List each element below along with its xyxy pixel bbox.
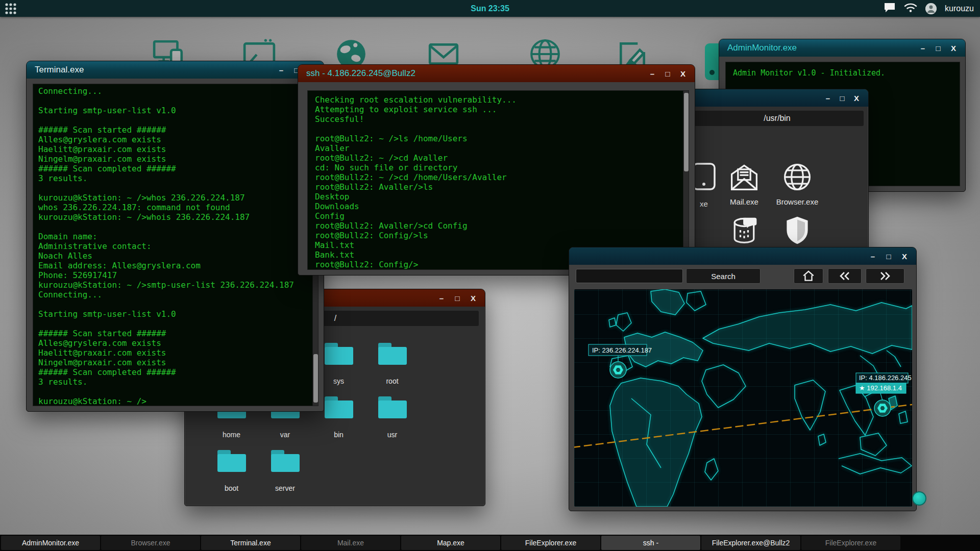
marker-a-ip-label: IP: 236.226.224.187 bbox=[592, 346, 652, 354]
terminal-line: Connecting... bbox=[38, 290, 313, 299]
terminal-titlebar[interactable]: Terminal.exe – □ X bbox=[27, 61, 324, 79]
close-button[interactable]: X bbox=[950, 44, 957, 53]
map-marker-b: IP: 4.186.226.245 ★ 192.168.1.4 bbox=[856, 373, 912, 416]
ssh-line: Checking root escalation vulnerability..… bbox=[315, 95, 681, 105]
taskbar-item-fileexplorer-2[interactable]: FileExplorer.exe bbox=[801, 536, 900, 550]
map-fab-button[interactable] bbox=[912, 491, 926, 506]
admin-titlebar[interactable]: AdminMonitor.exe – □ X bbox=[719, 39, 965, 57]
username[interactable]: kurouzu bbox=[945, 4, 974, 13]
maximize-button[interactable]: □ bbox=[885, 252, 892, 261]
bin-path-bar[interactable]: /usr/bin bbox=[691, 111, 864, 126]
taskbar-item-ssh[interactable]: ssh - bbox=[601, 536, 700, 550]
ssh-line: root@Bullz2: Avaller/>ls bbox=[315, 182, 681, 192]
taskbar-item-fileexplorer[interactable]: FileExplorer.exe bbox=[501, 536, 600, 550]
ssh-line: Attempting to exploit service ssh ... bbox=[315, 105, 681, 114]
terminal-line: ###### Scan completed ###### bbox=[38, 164, 313, 173]
ssh-line bbox=[315, 124, 681, 134]
apps-grid-icon[interactable] bbox=[4, 2, 17, 15]
maximize-button[interactable]: □ bbox=[664, 69, 671, 78]
folder-label: home bbox=[205, 431, 258, 439]
terminal-title: Terminal.exe bbox=[35, 65, 84, 75]
close-button[interactable]: X bbox=[901, 252, 908, 261]
terminal-line: 3 results. bbox=[38, 377, 313, 387]
folder-icon bbox=[323, 394, 355, 420]
ssh-screen[interactable]: Checking root escalation vulnerability..… bbox=[307, 90, 689, 270]
folder-label: bin bbox=[312, 431, 365, 439]
terminal-line: kurouzu@kStation: ~ />whos 236.226.224.1… bbox=[38, 193, 313, 203]
terminal-line: ###### Scan completed ###### bbox=[38, 367, 313, 377]
chat-icon[interactable] bbox=[884, 2, 896, 15]
maximize-button[interactable]: □ bbox=[935, 44, 942, 53]
folder-icon bbox=[215, 447, 248, 474]
avatar[interactable] bbox=[925, 3, 937, 14]
close-button[interactable]: X bbox=[470, 294, 477, 303]
map-viewport[interactable]: IP: 236.226.224.187 IP: 4.186.226.245 ★ … bbox=[574, 289, 912, 507]
folder-icon bbox=[269, 447, 302, 474]
taskbar-item-adminmonitor[interactable]: AdminMonitor.exe bbox=[1, 536, 100, 550]
map-toolbar: Search bbox=[570, 265, 916, 287]
wifi-icon[interactable] bbox=[904, 3, 917, 15]
terminal-screen[interactable]: Connecting...Starting smtp-user-list v1.… bbox=[33, 84, 318, 406]
ssh-line: Downloads bbox=[315, 202, 681, 211]
scrollbar-thumb[interactable] bbox=[313, 354, 318, 403]
ssh-line: Succesful! bbox=[315, 114, 681, 124]
taskbar-item-fileexplorer-bullz2[interactable]: FileExplorer.exe@Bullz2 bbox=[701, 536, 800, 550]
close-button[interactable]: X bbox=[679, 69, 687, 78]
folder-item[interactable]: boot bbox=[205, 445, 258, 499]
terminal-line: Starting smtp-user-list v1.0 bbox=[38, 106, 313, 115]
taskbar-item-map[interactable]: Map.exe bbox=[401, 536, 500, 550]
maximize-button[interactable]: □ bbox=[454, 294, 461, 303]
folder-icon bbox=[323, 340, 355, 367]
minimize-button[interactable]: – bbox=[824, 94, 831, 103]
bin-titlebar[interactable]: – □ X bbox=[685, 89, 868, 107]
file-label: Mail.exe bbox=[730, 197, 758, 206]
search-button[interactable]: Search bbox=[686, 268, 761, 284]
shield-icon bbox=[782, 215, 813, 245]
taskbar-item-mail[interactable]: Mail.exe bbox=[301, 536, 400, 550]
terminal-line: kurouzu@kStation: ~ /> bbox=[38, 396, 313, 406]
home-button[interactable] bbox=[794, 268, 823, 284]
minimize-button[interactable]: – bbox=[919, 44, 926, 53]
folder-item[interactable]: usr bbox=[365, 392, 419, 445]
terminal-line: kurouzu@kStation: ~ />smtp-user-list 236… bbox=[38, 280, 313, 290]
ssh-title: ssh - 4.186.226.245@Bullz2 bbox=[306, 68, 415, 79]
search-input[interactable] bbox=[576, 269, 683, 283]
maximize-button[interactable]: □ bbox=[839, 94, 846, 103]
app-tile-dot bbox=[709, 70, 715, 75]
folder-label: usr bbox=[365, 431, 419, 439]
ssh-scrollbar[interactable] bbox=[683, 91, 689, 269]
ssh-line: root@Bullz2: Config/>ls bbox=[315, 231, 681, 240]
folder-item[interactable]: root bbox=[365, 338, 419, 392]
map-titlebar[interactable]: – □ X bbox=[569, 247, 916, 265]
folder-item[interactable]: server bbox=[258, 445, 312, 499]
minimize-button[interactable]: – bbox=[649, 69, 656, 78]
prev-button[interactable] bbox=[828, 268, 862, 284]
terminal-line bbox=[38, 115, 313, 125]
terminal-line: Alles@gryslera.com exists bbox=[38, 338, 313, 348]
taskbar-item-browser[interactable]: Browser.exe bbox=[101, 536, 200, 550]
terminal-line: ###### Scan started ###### bbox=[38, 125, 313, 135]
terminal-line: Email address: Alles@gryslera.com bbox=[38, 261, 313, 270]
ssh-line: root@Bullz2: ~ />cd Avaller bbox=[315, 153, 681, 163]
terminal-line: ###### Scan started ###### bbox=[38, 329, 313, 338]
terminal-line: 3 results. bbox=[38, 173, 313, 183]
minimize-button[interactable]: – bbox=[869, 252, 876, 261]
window-terminal: Terminal.exe – □ X Connecting...Starting… bbox=[26, 61, 324, 412]
scrollbar-thumb[interactable] bbox=[684, 93, 689, 171]
minimize-button[interactable]: – bbox=[278, 66, 285, 74]
file-item-browser[interactable]: Browser.exe bbox=[773, 162, 822, 206]
terminal-line bbox=[38, 222, 313, 232]
window-map: – □ X Search bbox=[569, 247, 917, 511]
taskbar-item-terminal[interactable]: Terminal.exe bbox=[201, 536, 300, 550]
next-button[interactable] bbox=[866, 268, 904, 284]
ssh-titlebar[interactable]: ssh - 4.186.226.245@Bullz2 – □ X bbox=[298, 65, 695, 82]
terminal-line: Haelitt@praxair.com exists bbox=[38, 144, 313, 154]
folder-label: root bbox=[365, 377, 419, 385]
admin-title: AdminMonitor.exe bbox=[727, 43, 797, 53]
terminal-line: Domain name: bbox=[38, 232, 313, 241]
minimize-button[interactable]: – bbox=[438, 294, 445, 303]
terminal-line bbox=[38, 387, 313, 396]
ssh-line: root@Bullz2: Avaller/>cd Config bbox=[315, 221, 681, 231]
file-item-mail[interactable]: Mail.exe bbox=[720, 162, 769, 206]
close-button[interactable]: X bbox=[853, 94, 860, 103]
